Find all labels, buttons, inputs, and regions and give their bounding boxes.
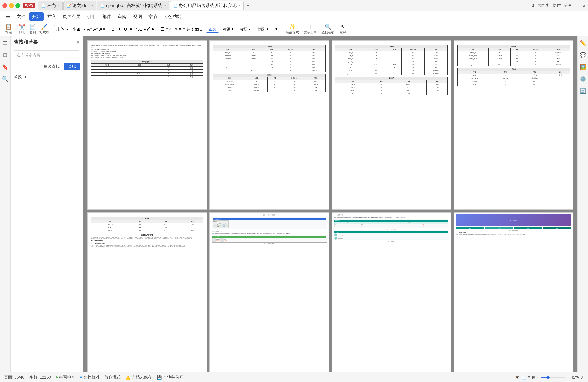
font-shrink-button[interactable]: A⁻ — [93, 26, 99, 32]
superscript-button[interactable]: X² — [133, 27, 137, 31]
zoom-slider[interactable] — [541, 377, 565, 378]
status-doc-verify[interactable]: 文档校对 — [80, 375, 100, 380]
panel-close-button[interactable]: × — [77, 39, 80, 45]
sidebar-thumbnail-icon[interactable]: ⊞ — [2, 51, 9, 60]
zoom-in-button[interactable]: + — [567, 375, 569, 380]
style-heading1[interactable]: 标题 1 — [220, 26, 236, 33]
maximize-button[interactable] — [15, 3, 20, 8]
menu-chapter[interactable]: 章节 — [146, 12, 160, 21]
tab-close-daoke[interactable]: × — [58, 4, 60, 7]
tab-springbo[interactable]: 📄 springbo...高校就业招聘系统 × — [97, 1, 169, 10]
advanced-find-button[interactable]: 高级查找 — [42, 63, 61, 70]
right-image-icon[interactable]: 🖼️ — [579, 63, 588, 71]
expand-icon[interactable]: ∧ — [583, 3, 586, 8]
zoom-out-button[interactable]: − — [537, 375, 540, 380]
page-thumb-3[interactable]: 订单表 字段类型长度是否为空说明 order_idint11否订单ID user… — [332, 41, 451, 210]
right-refresh-icon[interactable]: 🔄 — [579, 87, 588, 95]
fullscreen-button[interactable]: ⤢ — [581, 375, 584, 380]
status-spell-check[interactable]: 拼写检查 — [56, 375, 75, 380]
format-copy-button[interactable]: 🖌️ 格式刷 — [38, 23, 50, 35]
italic-button[interactable]: I — [117, 26, 122, 33]
right-comment-icon[interactable]: 💬 — [579, 51, 588, 60]
align-left-button[interactable]: ⫷ — [178, 26, 182, 32]
right-settings-icon[interactable]: ⚙️ — [579, 75, 588, 83]
tab-close-office[interactable]: × — [239, 4, 240, 7]
style-more[interactable]: ▼ — [272, 26, 281, 32]
bold-button[interactable]: B — [110, 26, 116, 33]
tab-close-springbo[interactable]: × — [164, 4, 166, 7]
tab-lunwen[interactable]: 📝 论文.doc × — [63, 1, 96, 10]
sidebar-bookmark-icon[interactable]: 🔖 — [1, 63, 10, 71]
page-thumb-2[interactable]: 用户表 字段类型长度是否为空说明 user_idint11否用户ID usern… — [210, 41, 329, 210]
view-mode-icon2[interactable]: 📄 — [521, 375, 526, 380]
menu-mail[interactable]: 邮件 — [100, 12, 114, 21]
num-list-button[interactable]: ≡ — [165, 26, 168, 32]
shading-button[interactable]: ▦ — [195, 26, 199, 32]
font-name-select[interactable]: 宋体 — [54, 25, 69, 33]
list-button[interactable]: ☰ — [161, 26, 165, 32]
font-size-select[interactable]: 小四 — [70, 25, 86, 33]
menu-review[interactable]: 审阅 — [115, 12, 129, 21]
select-button[interactable]: ↖ 选择 — [338, 23, 348, 35]
align-center-button[interactable]: ≡ — [183, 26, 186, 32]
cooperate-button[interactable]: 协作 — [553, 3, 561, 8]
menu-hamburger[interactable]: ☰ — [3, 13, 13, 21]
menu-page-layout[interactable]: 页面布局 — [60, 12, 83, 21]
style-heading2[interactable]: 标题 2 — [238, 26, 253, 33]
indent-left-button[interactable]: ⇤ — [169, 26, 172, 32]
style-heading3[interactable]: 标题 3 — [255, 26, 270, 33]
menu-reference[interactable]: 引用 — [84, 12, 99, 21]
highlight-button[interactable]: 🖊 — [147, 27, 151, 31]
page-thumb-4[interactable]: 管理员表 字段类型长度是否为空说明 admin_idint11否管理员ID ad… — [454, 41, 573, 210]
view-mode-icon3[interactable]: ≡ — [528, 375, 530, 380]
new-style-button[interactable]: ✨ 新建样式 — [285, 23, 300, 35]
subscript-button[interactable]: X₂ — [138, 27, 142, 32]
menu-start[interactable]: 开始 — [29, 12, 44, 21]
strikethrough-button[interactable]: A̶ — [130, 27, 132, 32]
menu-insert[interactable]: 插入 — [44, 12, 59, 21]
page1-text4: 通过项目的整体研究分析和技术应用， — [91, 53, 203, 54]
menu-special[interactable]: 特色功能 — [161, 12, 184, 21]
minimize-button[interactable] — [9, 3, 14, 8]
style-normal[interactable]: 正文 — [206, 26, 219, 33]
close-button[interactable] — [2, 3, 7, 8]
char-border-button[interactable]: A□ — [152, 27, 157, 31]
view-mode-icon1[interactable]: 👁️ — [515, 375, 520, 380]
border-button[interactable]: □ — [200, 26, 202, 32]
page-thumb-1[interactable]: 了解到了相关的技术，能够在不同时间，在一定程度上提高了用户的使用效率和实现功能，… — [87, 41, 207, 210]
page-thumb-8[interactable]: 办公用品展示 文具 耗材 设备 家具 图 5.2.1 小程序首页 5.2.2 商… — [454, 212, 573, 372]
cut-button[interactable]: ✂️ 剪切 — [17, 23, 27, 35]
new-tab-button[interactable]: + — [244, 2, 252, 9]
unsaved-icon: ⚠️ — [125, 375, 130, 380]
more-options-icon[interactable]: ⋯ — [575, 3, 579, 8]
underline-button[interactable]: U — [122, 26, 129, 33]
doc-area[interactable]: 了解到了相关的技术，能够在不同时间，在一定程度上提高了用户的使用效率和实现功能，… — [83, 36, 577, 372]
tab-office[interactable]: 📄 办公用品销售系统设计和实现 × — [170, 1, 243, 10]
paste-button[interactable]: 📋 粘贴 — [4, 23, 13, 35]
tab-daoke[interactable]: 📄 稻壳 × — [38, 1, 63, 10]
page-thumb-6[interactable]: 图 5.1.1 用户管理界面 🏠 后台管理系统 用户管理 ID用户名操作 1ad… — [210, 212, 329, 372]
clear-format-button[interactable]: A✕ — [99, 26, 106, 32]
compat-label: 兼容模式 — [104, 375, 121, 380]
find-button[interactable]: 查找 — [64, 63, 80, 70]
font-grow-button[interactable]: A⁺ — [87, 26, 92, 32]
page-thumb-5[interactable]: 评论表 字段类型说明备注 comm_idint评论ID主键 contenttex… — [87, 212, 207, 372]
search-input[interactable] — [14, 50, 80, 59]
replace-row[interactable]: 替换 ▼ — [11, 73, 83, 81]
sidebar-outline-icon[interactable]: ☰ — [2, 39, 9, 47]
copy-button[interactable]: 📄 复制 — [28, 23, 37, 35]
align-right-button[interactable]: ⫸ — [187, 26, 191, 32]
right-edit-icon[interactable]: ✏️ — [579, 39, 588, 47]
menu-view[interactable]: 视图 — [130, 12, 145, 21]
line-spacing-button[interactable]: ↕ — [192, 26, 194, 32]
indent-right-button[interactable]: ⇥ — [173, 26, 177, 32]
page-thumb-7[interactable]: 5.1.4 购物车管理 如图5.1.4展示的是后台购物车管理界面，此页面能够实现… — [332, 212, 451, 372]
menu-file[interactable]: 文件 — [14, 12, 28, 21]
find-replace-button[interactable]: 🔍 查找替换 — [320, 23, 336, 35]
sidebar-search-icon[interactable]: 🔍 — [1, 75, 10, 83]
share-button[interactable]: 分享 — [564, 3, 572, 8]
tab-close-lunwen[interactable]: × — [92, 4, 93, 7]
text-tools-button[interactable]: T 文字工具 — [302, 23, 318, 35]
view-mode-icon4[interactable]: ⊞ — [532, 375, 535, 380]
font-color-button[interactable]: A — [143, 27, 146, 31]
